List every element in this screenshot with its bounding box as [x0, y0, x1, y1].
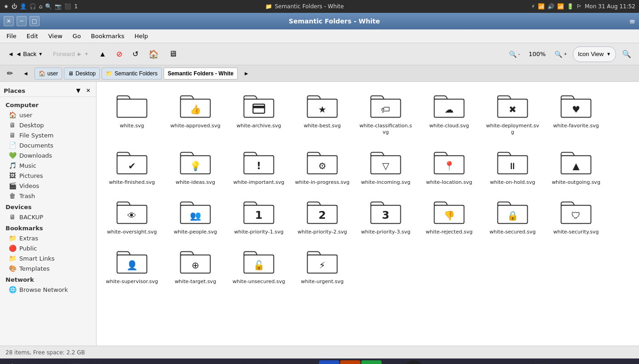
star-icon[interactable]: ★	[4, 3, 9, 10]
taskbar-circles[interactable]: 🟡	[23, 360, 43, 364]
file-item[interactable]: ▽ white-incoming.svg	[356, 144, 416, 190]
file-item[interactable]: 👁 white-oversight.svg	[102, 193, 162, 239]
taskbar-sheets[interactable]: S	[361, 360, 382, 364]
menu-edit[interactable]: Edit	[22, 31, 43, 41]
taskbar-ppt[interactable]: P	[340, 360, 360, 364]
file-item[interactable]: ⚙ white-in-progress.svg	[292, 144, 352, 190]
location-next-button[interactable]: ►	[240, 68, 253, 80]
sidebar-item-pictures[interactable]: 🖼Pictures	[0, 171, 96, 181]
file-item[interactable]: 1 white-priority-1.svg	[229, 193, 289, 239]
breadcrumb-semantic-folders[interactable]: 📁 Semantic Folders	[102, 68, 161, 80]
file-item[interactable]: ! white-important.svg	[229, 144, 289, 190]
file-item[interactable]: ★ white-best.svg	[292, 87, 352, 140]
file-item[interactable]: 3 white-priority-3.svg	[356, 193, 416, 239]
taskbar-teamviewer[interactable]: 🔁	[531, 360, 551, 364]
file-item[interactable]: 🔒 white-secured.svg	[483, 193, 542, 239]
file-item[interactable]: ⏸ white-on-hold.svg	[483, 144, 542, 190]
file-item[interactable]: 🛡 white-security.svg	[546, 193, 606, 239]
menu-file[interactable]: File	[2, 31, 21, 41]
sidebar-item-templates[interactable]: 🎨Templates	[0, 263, 96, 273]
window-menu-button[interactable]: ≡	[629, 17, 635, 26]
sidebar-item-smartlinks[interactable]: 📁Smart Links	[0, 253, 96, 263]
back-button[interactable]: ◄ ◄ Back ▼	[4, 46, 47, 62]
taskbar-chrome[interactable]: 🌐	[213, 360, 234, 364]
taskbar-files[interactable]: 🖥	[44, 360, 64, 364]
sidebar-item-desktop[interactable]: 🖥Desktop	[0, 120, 96, 130]
menu-help[interactable]: Help	[130, 31, 153, 41]
file-item[interactable]: 💡 white-ideas.svg	[165, 144, 225, 190]
file-item[interactable]: ☁ white-cloud.svg	[419, 87, 479, 140]
user-icon[interactable]: 👤	[20, 3, 27, 10]
taskbar-anydesk[interactable]: »	[509, 360, 530, 364]
taskbar-amazon[interactable]: a	[404, 360, 424, 364]
places-dropdown[interactable]: ▼	[74, 86, 82, 95]
sidebar-item-music[interactable]: 🎵Music	[0, 160, 96, 171]
monitor-icon[interactable]: ⬛	[64, 3, 71, 10]
taskbar-superstar[interactable]: ⭐	[2, 360, 22, 364]
location-edit-button[interactable]: ✏	[3, 68, 17, 80]
taskbar-vlc[interactable]: 🎵	[425, 360, 445, 364]
taskbar-firefox[interactable]: 🦊	[192, 360, 212, 364]
breadcrumb-desktop[interactable]: 🖥 Desktop	[64, 68, 100, 80]
file-item[interactable]: ⚡ white-urgent.svg	[292, 243, 352, 289]
taskbar-trash2[interactable]: 🗑	[552, 360, 572, 364]
taskbar-disk[interactable]: 💾	[65, 360, 86, 364]
sidebar-item-downloads[interactable]: 💚Downloads	[0, 150, 96, 160]
taskbar-viber[interactable]: 💬	[256, 360, 276, 364]
file-item[interactable]: ✖ white-deployment.svg	[483, 87, 542, 140]
close-button[interactable]: ✕	[4, 16, 14, 26]
camera-icon[interactable]: 📷	[55, 3, 62, 10]
network-icon[interactable]: 📶	[538, 3, 545, 10]
bluetooth-icon[interactable]: ⚡	[531, 3, 535, 10]
file-item[interactable]: white-archive.svg	[229, 87, 289, 140]
reload-button[interactable]: ↺	[128, 46, 143, 62]
search-icon2[interactable]: 🔍	[45, 3, 52, 10]
taskbar-binoculars[interactable]: 🔭	[129, 360, 149, 364]
file-item[interactable]: 2 white-priority-2.svg	[292, 193, 352, 239]
power-icon[interactable]: ⏻	[11, 3, 17, 10]
sidebar-item-filesystem[interactable]: 🖥File System	[0, 130, 96, 140]
minimize-button[interactable]: ─	[17, 16, 27, 26]
taskbar-word[interactable]: W	[319, 360, 339, 364]
file-item[interactable]: white.svg	[102, 87, 162, 140]
menu-view[interactable]: View	[44, 31, 67, 41]
home-button[interactable]: 🏠	[144, 46, 163, 62]
sidebar-item-user[interactable]: 🏠user	[0, 110, 96, 120]
taskbar-photo[interactable]: 📷	[382, 360, 403, 364]
back-dropdown-icon[interactable]: ▼	[38, 51, 43, 57]
sidebar-item-videos[interactable]: 🎬Videos	[0, 181, 96, 191]
zoom-out-button[interactable]: 🔍-	[505, 46, 524, 62]
file-item[interactable]: 👥 white-people.svg	[165, 193, 225, 239]
file-item[interactable]: 🔓 white-unsecured.svg	[229, 243, 289, 289]
breadcrumb-semantic-folders-white[interactable]: Semantic Folders - White	[164, 68, 238, 80]
zoom-in-button[interactable]: 🔍+	[550, 46, 571, 62]
file-item[interactable]: 👎 white-rejected.svg	[419, 193, 479, 239]
home-icon2[interactable]: ⌂	[39, 3, 43, 10]
file-item[interactable]: ▲ white-outgoing.svg	[546, 144, 606, 190]
sidebar-item-trash[interactable]: 🗑Trash	[0, 191, 96, 201]
file-item[interactable]: 📍 white-location.svg	[419, 144, 479, 190]
file-item[interactable]: ⊕ white-target.svg	[165, 243, 225, 289]
stop-button[interactable]: ⊘	[112, 46, 126, 62]
file-item[interactable]: 👍 white-approved.svg	[165, 87, 225, 140]
taskbar-green[interactable]: ⬛	[171, 360, 191, 364]
search-button[interactable]: 🔍	[618, 46, 635, 62]
computer-button[interactable]: 🖥	[165, 46, 181, 62]
sidebar-item-backup[interactable]: 🖥BACKUP	[0, 212, 96, 222]
menu-bookmarks[interactable]: Bookmarks	[86, 31, 129, 41]
audio-icon[interactable]: 🎧	[29, 3, 36, 10]
taskbar-steam[interactable]: 🎮	[467, 360, 487, 364]
taskbar-mail[interactable]: ✉	[298, 360, 318, 364]
breadcrumb-user[interactable]: 🏠 user	[34, 68, 62, 80]
file-item[interactable]: 🏷 white-classification.svg	[356, 87, 416, 140]
file-item[interactable]: 👤 white-supervisor.svg	[102, 243, 162, 289]
taskbar-skype[interactable]: Ⓢ	[277, 360, 297, 364]
maximize-button[interactable]: □	[29, 16, 40, 26]
taskbar-qbittorrent[interactable]: ⚡	[446, 360, 466, 364]
sidebar-item-documents[interactable]: 📄Documents	[0, 140, 96, 150]
location-prev-button[interactable]: ◄	[19, 68, 33, 80]
forward-button[interactable]: Forward ► ▼	[49, 46, 93, 62]
volume-icon[interactable]: 🔊	[548, 3, 554, 10]
sidebar-item-browse-network[interactable]: 🌐Browse Network	[0, 284, 96, 295]
file-item[interactable]: ♥ white-favorite.svg	[546, 87, 606, 140]
